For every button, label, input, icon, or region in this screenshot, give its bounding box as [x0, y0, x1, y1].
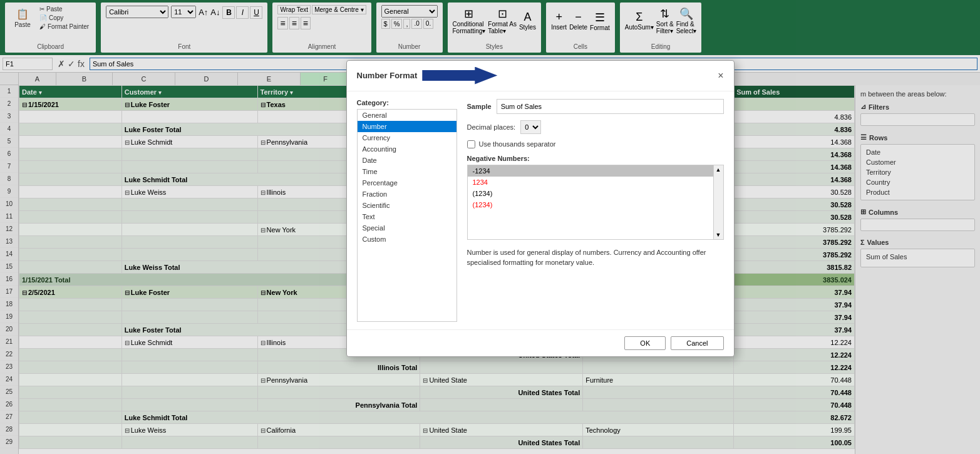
ok-button[interactable]: OK — [624, 336, 666, 350]
neg-item-2[interactable]: 1234 — [468, 177, 723, 188]
modal-options-section: Sample Sum of Sales Decimal places: 0 1 … — [467, 99, 724, 322]
category-custom[interactable]: Custom — [358, 234, 456, 245]
thousands-separator-label: Use thousands separator — [479, 140, 556, 148]
decimal-label: Decimal places: — [467, 123, 516, 131]
sample-label: Sample — [467, 103, 492, 110]
modal-category-section: Category: General Number Currency Accoun… — [357, 99, 457, 322]
scrollbar-down-icon[interactable]: ▼ — [716, 232, 721, 238]
thousands-separator-row: Use thousands separator — [467, 140, 724, 148]
arrow-annotation — [422, 67, 497, 85]
category-scientific[interactable]: Scientific — [358, 200, 456, 211]
sample-value: Sum of Sales — [497, 99, 724, 114]
negative-numbers-list[interactable]: -1234 1234 (1234) (1234) ▲ ▼ — [467, 165, 724, 240]
neg-item-4[interactable]: (1234) — [468, 199, 723, 210]
modal-title: Number Format — [357, 67, 498, 85]
neg-item-1[interactable]: -1234 — [468, 165, 723, 177]
decimal-places-select[interactable]: 0 1 2 — [520, 120, 541, 134]
category-accounting[interactable]: Accounting — [358, 143, 456, 155]
modal-title-text: Number Format — [357, 71, 418, 80]
category-special[interactable]: Special — [358, 222, 456, 234]
sample-row: Sample Sum of Sales — [467, 99, 724, 114]
category-date[interactable]: Date — [358, 155, 456, 166]
category-percentage[interactable]: Percentage — [358, 177, 456, 188]
modal-close-button[interactable]: × — [718, 70, 723, 81]
category-label: Category: — [357, 99, 457, 106]
modal-overlay: Number Format × Category: General Number… — [0, 0, 980, 454]
description-text: Number is used for general display of nu… — [467, 247, 724, 268]
thousands-separator-checkbox[interactable] — [467, 140, 475, 148]
cancel-button[interactable]: Cancel — [671, 336, 723, 350]
modal-footer: OK Cancel — [347, 329, 734, 356]
category-text[interactable]: Text — [358, 211, 456, 222]
negative-numbers-section: Negative Numbers: -1234 1234 (1234) (123… — [467, 155, 724, 240]
modal-body: Category: General Number Currency Accoun… — [347, 91, 734, 329]
decimal-places-row: Decimal places: 0 1 2 — [467, 120, 724, 134]
category-fraction[interactable]: Fraction — [358, 188, 456, 200]
arrow-shape — [422, 67, 497, 85]
negative-numbers-label: Negative Numbers: — [467, 155, 724, 162]
category-time[interactable]: Time — [358, 166, 456, 177]
modal-header: Number Format × — [347, 61, 734, 91]
neg-item-3[interactable]: (1234) — [468, 188, 723, 199]
category-list[interactable]: General Number Currency Accounting Date … — [357, 109, 457, 322]
number-format-modal: Number Format × Category: General Number… — [346, 60, 735, 357]
neg-list-scrollbar[interactable]: ▲ ▼ — [713, 165, 723, 239]
category-number[interactable]: Number — [358, 121, 456, 132]
category-currency[interactable]: Currency — [358, 132, 456, 143]
category-general[interactable]: General — [358, 110, 456, 121]
sample-value-text: Sum of Sales — [501, 103, 542, 110]
scrollbar-up-icon[interactable]: ▲ — [716, 167, 721, 173]
